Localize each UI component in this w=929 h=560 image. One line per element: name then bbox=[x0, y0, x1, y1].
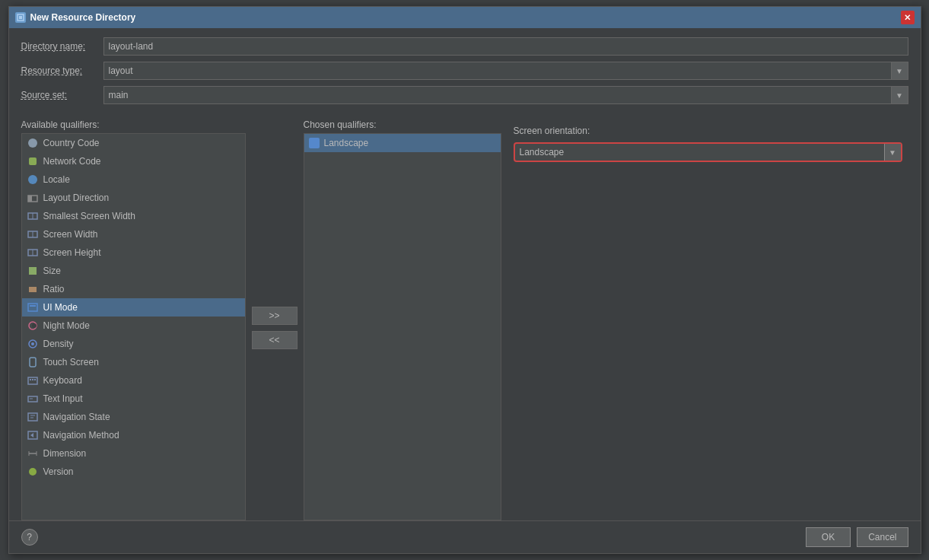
qualifier-config-panel: Screen orientation: Landscape Portrait S… bbox=[507, 119, 908, 520]
available-qualifiers-panel: Available qualifiers: Country Code Netwo… bbox=[21, 119, 246, 520]
chosen-qualifiers-panel: Chosen qualifiers: Landscape bbox=[304, 119, 501, 520]
svg-point-36 bbox=[29, 468, 37, 476]
svg-rect-1 bbox=[19, 16, 22, 19]
item-text-size: Size bbox=[43, 266, 61, 276]
available-item-dimension[interactable]: Dimension bbox=[22, 444, 245, 463]
source-set-row: Source set: main ▼ bbox=[21, 86, 908, 104]
close-button[interactable]: ✕ bbox=[901, 11, 915, 24]
content-area: Available qualifiers: Country Code Netwo… bbox=[9, 119, 921, 520]
item-text-keyboard: Keyboard bbox=[43, 375, 82, 386]
icon-touch-screen bbox=[27, 356, 39, 368]
svg-point-20 bbox=[31, 342, 34, 345]
svg-rect-21 bbox=[30, 358, 36, 367]
available-qualifiers-list[interactable]: Country Code Network Code Locale Layout … bbox=[21, 133, 246, 520]
icon-smallest-screen-width bbox=[27, 210, 39, 222]
chosen-qualifiers-list[interactable]: Landscape bbox=[304, 133, 501, 520]
icon-locale bbox=[27, 173, 39, 186]
directory-name-label: Directory name: bbox=[21, 41, 97, 52]
svg-rect-28 bbox=[28, 413, 37, 421]
landscape-icon bbox=[309, 138, 320, 148]
chosen-item-landscape[interactable]: Landscape bbox=[304, 134, 501, 152]
svg-point-18 bbox=[32, 323, 37, 328]
item-text-touch-screen: Touch Screen bbox=[43, 357, 99, 368]
available-item-version[interactable]: Version bbox=[22, 463, 245, 481]
available-item-touch-screen[interactable]: Touch Screen bbox=[22, 353, 245, 371]
source-set-select[interactable]: main bbox=[104, 87, 908, 103]
item-text-layout-direction: Layout Direction bbox=[43, 192, 110, 203]
dialog-icon bbox=[15, 12, 26, 23]
available-item-smallest-screen-width[interactable]: Smallest Screen Width bbox=[22, 207, 245, 225]
ok-button[interactable]: OK bbox=[806, 527, 851, 547]
icon-keyboard bbox=[27, 374, 39, 387]
svg-rect-6 bbox=[28, 196, 32, 202]
item-text-navigation-method: Navigation Method bbox=[43, 430, 119, 441]
svg-rect-14 bbox=[29, 287, 37, 292]
available-item-text-input[interactable]: Text Input bbox=[22, 390, 245, 408]
screen-orientation-select-wrapper: Landscape Portrait Square ▼ bbox=[514, 142, 902, 162]
icon-layout-direction bbox=[27, 192, 39, 204]
svg-point-2 bbox=[28, 138, 37, 148]
available-item-locale[interactable]: Locale bbox=[22, 170, 245, 189]
available-item-night-mode[interactable]: Night Mode bbox=[22, 317, 245, 335]
svg-point-4 bbox=[28, 175, 37, 184]
icon-density bbox=[27, 338, 39, 350]
available-item-screen-height[interactable]: Screen Height bbox=[22, 243, 245, 262]
directory-name-row: Directory name: bbox=[21, 37, 908, 56]
svg-rect-15 bbox=[28, 304, 37, 311]
resource-type-select[interactable]: layout bbox=[104, 62, 908, 79]
new-resource-dialog: New Resource Directory ✕ Directory name:… bbox=[8, 6, 921, 554]
item-text-night-mode: Night Mode bbox=[43, 320, 90, 331]
available-item-ratio[interactable]: Ratio bbox=[22, 280, 245, 298]
icon-version bbox=[27, 466, 39, 478]
right-area: Chosen qualifiers: Landscape Screen orie… bbox=[304, 119, 908, 520]
item-text-ratio: Ratio bbox=[43, 284, 65, 294]
icon-ui-mode bbox=[27, 301, 39, 313]
directory-name-input[interactable] bbox=[103, 37, 908, 56]
svg-rect-22 bbox=[28, 377, 37, 384]
source-set-label: Source set: bbox=[21, 90, 97, 100]
item-text-country-code: Country Code bbox=[43, 138, 100, 148]
resource-type-label: Resource type: bbox=[21, 65, 97, 76]
screen-orientation-label: Screen orientation: bbox=[514, 126, 902, 136]
chosen-item-landscape-text: Landscape bbox=[324, 138, 369, 148]
item-text-text-input: Text Input bbox=[43, 393, 83, 404]
item-text-ui-mode: UI Mode bbox=[43, 302, 78, 313]
svg-marker-32 bbox=[30, 433, 33, 438]
available-item-navigation-state[interactable]: Navigation State bbox=[22, 408, 245, 426]
available-item-network-code[interactable]: Network Code bbox=[22, 152, 245, 170]
screen-orientation-config: Screen orientation: Landscape Portrait S… bbox=[507, 119, 908, 168]
add-qualifier-button[interactable]: >> bbox=[252, 307, 297, 325]
remove-qualifier-button[interactable]: << bbox=[252, 331, 297, 349]
screen-orientation-select[interactable]: Landscape Portrait Square bbox=[515, 144, 901, 161]
svg-rect-25 bbox=[34, 379, 36, 380]
cancel-button[interactable]: Cancel bbox=[857, 527, 908, 547]
item-text-density: Density bbox=[43, 339, 74, 349]
icon-size bbox=[27, 265, 39, 277]
available-qualifiers-label: Available qualifiers: bbox=[21, 119, 246, 130]
available-item-country-code[interactable]: Country Code bbox=[22, 134, 245, 152]
available-item-ui-mode[interactable]: UI Mode bbox=[22, 298, 245, 317]
footer-actions: OK Cancel bbox=[806, 527, 908, 547]
available-item-layout-direction[interactable]: Layout Direction bbox=[22, 189, 245, 207]
item-text-screen-width: Screen Width bbox=[43, 229, 98, 240]
available-item-size[interactable]: Size bbox=[22, 262, 245, 280]
icon-night-mode bbox=[27, 320, 39, 332]
svg-rect-23 bbox=[30, 379, 31, 380]
icon-navigation-method bbox=[27, 429, 39, 441]
chosen-and-config: Chosen qualifiers: Landscape Screen orie… bbox=[304, 119, 908, 520]
available-item-keyboard[interactable]: Keyboard bbox=[22, 371, 245, 390]
available-item-navigation-method[interactable]: Navigation Method bbox=[22, 426, 245, 444]
item-text-screen-height: Screen Height bbox=[43, 247, 101, 258]
help-button[interactable]: ? bbox=[21, 529, 38, 546]
icon-screen-height bbox=[27, 247, 39, 259]
form-area: Directory name: Resource type: layout ▼ … bbox=[9, 28, 921, 119]
available-item-screen-width[interactable]: Screen Width bbox=[22, 225, 245, 243]
item-text-navigation-state: Navigation State bbox=[43, 412, 110, 422]
icon-navigation-state bbox=[27, 411, 39, 423]
resource-type-row: Resource type: layout ▼ bbox=[21, 62, 908, 80]
dialog-footer: ? OK Cancel bbox=[9, 520, 921, 553]
icon-screen-width bbox=[27, 228, 39, 240]
available-item-density[interactable]: Density bbox=[22, 335, 245, 353]
svg-rect-13 bbox=[29, 267, 37, 275]
source-set-select-wrapper: main ▼ bbox=[103, 86, 908, 104]
